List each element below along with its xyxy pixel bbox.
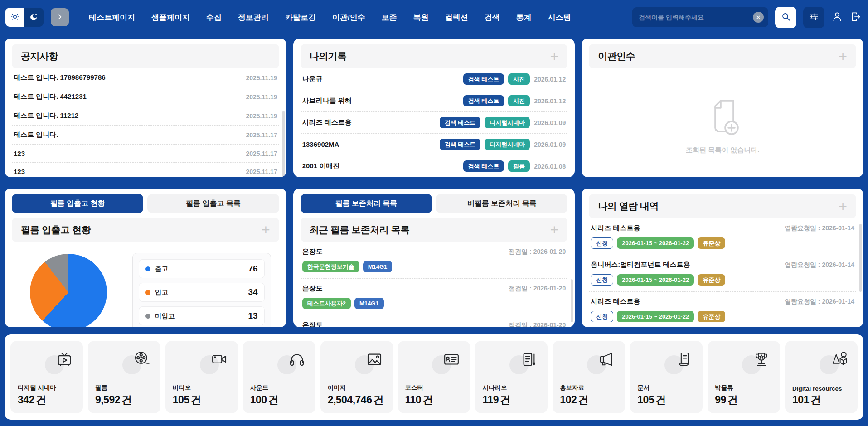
record-row[interactable]: 사브리나를 위해검색 테스트사진2026.01.12 [301, 90, 568, 112]
row-top-cards: 공지사항 테스트 입니다. 1789867997862025.11.19테스트 … [5, 39, 863, 177]
search-button[interactable] [775, 7, 796, 28]
transfer-title: 이관인수 [598, 50, 635, 63]
notices-card: 공지사항 테스트 입니다. 1789867997862025.11.19테스트 … [5, 39, 286, 177]
category-count: 110건 [405, 393, 433, 407]
status-badge: 테스트사용자2 [302, 298, 351, 309]
status-badge: 검색 테스트 [463, 160, 504, 172]
category-tile-trophy[interactable]: 박물류99건 [708, 341, 780, 413]
logout-button[interactable] [850, 11, 862, 24]
menu-item[interactable]: 검색 [485, 12, 500, 23]
search-input[interactable] [639, 14, 753, 21]
category-tile-scenario[interactable]: 시나리오119건 [475, 341, 548, 413]
category-tile-megaphone[interactable]: 홍보자료102건 [553, 341, 625, 413]
menu-item[interactable]: 복원 [413, 12, 429, 23]
category-count: 105건 [173, 393, 201, 407]
list-item[interactable]: 시리즈 테스트용열람요청일 : 2026-01-14신청2026-01-15 ~… [589, 218, 856, 255]
scrollbar[interactable] [859, 224, 862, 292]
count-unit: 건 [578, 394, 588, 406]
menu-item[interactable]: 카탈로깅 [285, 12, 316, 23]
record-row[interactable]: 1336902MA검색 테스트디지털시네마2026.01.09 [301, 134, 568, 155]
record-date: 2026.01.08 [534, 163, 566, 170]
category-tile-document[interactable]: 문서105건 [630, 341, 703, 413]
notice-date: 2025.11.19 [246, 93, 277, 101]
tab[interactable]: 필름 보존처리 목록 [301, 194, 432, 213]
tab[interactable]: 필름 입출고 현황 [12, 194, 143, 213]
category-label: 이미지 [328, 384, 346, 392]
preservation-more-button[interactable]: + [550, 223, 559, 237]
search-settings-button[interactable] [803, 7, 824, 28]
film-inout-more-button[interactable]: + [262, 223, 270, 237]
status-badge: 검색 테스트 [440, 117, 481, 128]
tab[interactable]: 필름 입출고 목록 [147, 194, 279, 213]
count-unit: 건 [373, 394, 383, 406]
record-row[interactable]: 2001 이매진검색 테스트필름2026.01.08 [301, 155, 568, 177]
menu-item[interactable]: 수집 [206, 12, 222, 23]
legend-dot [145, 314, 150, 319]
record-row[interactable]: 나운규검색 테스트사진2026.01.12 [301, 68, 568, 90]
category-tile-image[interactable]: 이미지2,504,746건 [320, 341, 393, 413]
notice-row[interactable]: 테스트 입니다. 112122025.11.19 [12, 106, 279, 126]
dark-mode-button[interactable] [24, 8, 44, 27]
status-badge: 디지털시네마 [485, 139, 530, 150]
notice-row[interactable]: 테스트 입니다. 44212312025.11.19 [12, 87, 279, 106]
list-item[interactable]: 시리즈 테스트용열람요청일 : 2026-01-14신청2026-01-15 ~… [589, 292, 856, 327]
expand-sidebar-button[interactable] [51, 8, 69, 26]
list-item[interactable]: 은장도점검일 : 2026-01-20테스트사용자2M14G1 [301, 279, 568, 315]
menu-item[interactable]: 정보관리 [238, 12, 269, 23]
transfer-more-button[interactable]: + [839, 49, 847, 63]
category-tile-video-camera[interactable]: 비디오105건 [165, 341, 238, 413]
list-item[interactable]: 옴니버스:멀티컴포넌트 테스트용열람요청일 : 2026-01-14신청2026… [589, 255, 856, 292]
menu-item[interactable]: 보존 [382, 12, 397, 23]
film-inout-card: 필름 입출고 현황필름 입출고 목록 필름 입출고 현황 + 출고76입고34미… [5, 189, 286, 327]
digital-resources-icon [829, 350, 849, 371]
list-item[interactable]: 은장도점검일 : 2026-01-20한국문헌정보기술M14G1 [301, 315, 568, 327]
preservation-item-title: 은장도 [302, 284, 323, 293]
category-tile-film-reel[interactable]: 필름9,592건 [88, 341, 160, 413]
pie-legend: 출고76입고34미입고13 [132, 253, 271, 327]
legend-value: 13 [248, 311, 258, 321]
preservation-tabs: 필름 보존처리 목록비필름 보존처리 목록 [301, 194, 568, 213]
preservation-header: 최근 필름 보존처리 목록 + [301, 218, 568, 242]
category-tile-headphones[interactable]: 사운드100건 [243, 341, 315, 413]
scrollbar[interactable] [571, 279, 573, 322]
trophy-icon [752, 350, 771, 371]
preservation-card: 필름 보존처리 목록비필름 보존처리 목록 최근 필름 보존처리 목록 + 은장… [293, 189, 575, 327]
menu-item[interactable]: 컬렉션 [445, 12, 468, 23]
notice-title: 테스트 입니다. 178986799786 [14, 73, 106, 82]
category-tile-digital-cinema[interactable]: 디지털 시네마342건 [10, 341, 83, 413]
menu-item[interactable]: 샘플페이지 [151, 12, 190, 23]
logout-icon [850, 11, 862, 24]
category-tile-digital-resources[interactable]: Digital resources101건 [785, 341, 858, 413]
record-meta: 검색 테스트디지털시네마2026.01.09 [440, 139, 566, 150]
record-row[interactable]: 시리즈 테스트용검색 테스트디지털시네마2026.01.09 [301, 112, 568, 134]
notice-row[interactable]: 테스트 입니다. 1789867997862025.11.19 [12, 68, 279, 87]
menu-item[interactable]: 통계 [516, 12, 532, 23]
main-menu: 테스트페이지샘플페이지수집정보관리카탈로깅이관/인수보존복원컬렉션검색통계시스템 [89, 12, 571, 23]
clear-search-button[interactable]: ✕ [753, 12, 764, 23]
digital-cinema-icon [55, 350, 74, 371]
my-viewing-card: 나의 열람 내역 + 시리즈 테스트용열람요청일 : 2026-01-14신청2… [582, 189, 863, 327]
count-unit: 건 [268, 394, 279, 406]
scrollbar[interactable] [282, 111, 285, 177]
notice-row[interactable]: 1232025.11.17 [12, 145, 279, 163]
theme-toggle [5, 8, 44, 27]
notice-row[interactable]: 1232025.11.17 [12, 163, 279, 177]
category-label: 시나리오 [482, 384, 507, 392]
my-viewing-more-button[interactable]: + [839, 199, 847, 213]
menu-item[interactable]: 이관/인수 [332, 12, 365, 23]
my-records-more-button[interactable]: + [550, 49, 559, 63]
list-item[interactable]: 은장도점검일 : 2026-01-20한국문헌정보기술M14G1 [301, 242, 568, 279]
my-viewing-list: 시리즈 테스트용열람요청일 : 2026-01-14신청2026-01-15 ~… [589, 218, 856, 327]
notice-row[interactable]: 테스트 입니다.2025.11.17 [12, 126, 279, 145]
tab[interactable]: 비필름 보존처리 목록 [436, 194, 567, 213]
light-mode-button[interactable] [5, 8, 24, 27]
menu-item[interactable]: 테스트페이지 [89, 12, 135, 23]
inspection-date: 점검일 : 2026-01-20 [509, 285, 566, 293]
category-tile-poster[interactable]: 포스터110건 [398, 341, 470, 413]
category-count: 105건 [637, 393, 665, 407]
profile-button[interactable] [831, 11, 843, 24]
menu-item[interactable]: 시스템 [548, 12, 571, 23]
empty-message: 조회된 목록이 없습니다. [686, 146, 760, 155]
moon-icon [29, 12, 39, 23]
chevron-right-icon [55, 12, 64, 23]
